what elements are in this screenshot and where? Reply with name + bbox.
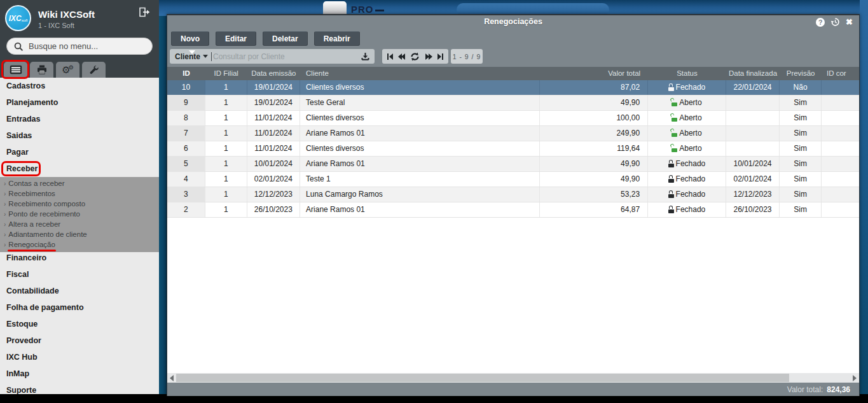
tab-settings[interactable]: ⚙⚙ (56, 62, 79, 78)
prev-page-button[interactable] (398, 53, 405, 60)
chevron-down-icon[interactable] (203, 55, 208, 58)
chevron-right-icon: › (4, 211, 6, 218)
cell-id: 7 (167, 126, 205, 141)
column-header-5[interactable]: Status (648, 67, 726, 80)
column-header-7[interactable]: Previsão (780, 67, 822, 80)
table-row[interactable]: 10119/01/2024Clientes diversos87,02Fecha… (167, 80, 859, 95)
menu-item-label: Estoque (6, 320, 38, 329)
sidebar: IXCsoft Wiki IXCSoft 1 - IXC Soft (0, 0, 159, 394)
column-header-3[interactable]: Cliente (300, 67, 540, 80)
scrollbar-thumb[interactable] (176, 374, 789, 382)
scroll-right-icon[interactable] (853, 375, 857, 381)
sidebar-item-pagar[interactable]: Pagar (0, 144, 159, 160)
submenu-item-recebimento-composto[interactable]: ›Recebimento composto (0, 199, 159, 209)
first-page-button[interactable] (387, 53, 393, 60)
table-row[interactable]: 3112/12/2023Luna Camargo Ramos53,23Fecha… (167, 187, 859, 202)
column-header-0[interactable]: ID (167, 67, 205, 80)
sidebar-item-planejamento[interactable]: Planejamento (0, 94, 159, 111)
sidebar-item-financeiro[interactable]: Financeiro (0, 250, 159, 266)
table-row[interactable]: 5110/01/2024Ariane Ramos 0149,90Fechado1… (167, 157, 859, 172)
sidebar-item-estoque[interactable]: Estoque (0, 316, 159, 332)
sidebar-item-inmap[interactable]: InMap (0, 365, 159, 382)
menu-item-label: Cadastros (6, 81, 45, 90)
ixc-logo: IXCsoft (5, 5, 31, 31)
cell-filial: 1 (205, 187, 247, 202)
column-header-6[interactable]: Data finalizada (726, 67, 780, 80)
table-row[interactable]: 2126/10/2023Ariane Ramos 0164,87Fechado2… (167, 202, 859, 218)
search-input[interactable] (29, 39, 147, 53)
sidebar-item-suporte[interactable]: Suporte (0, 382, 159, 394)
sidebar-item-cadastros[interactable]: Cadastros (0, 78, 159, 94)
cell-finalizada: 26/10/2023 (726, 202, 780, 217)
cell-id: 9 (167, 95, 205, 110)
refresh-button[interactable] (410, 52, 420, 61)
submenu-item-recebimentos[interactable]: ›Recebimentos (0, 188, 159, 199)
sidebar-item-entradas[interactable]: Entradas (0, 111, 159, 127)
history-icon[interactable] (830, 17, 840, 27)
cell-emissao: 10/01/2024 (247, 157, 300, 171)
cell-previsao: Sim (780, 202, 822, 217)
tab-menu-list[interactable] (4, 62, 27, 78)
table-row[interactable]: 4102/01/2024Teste 149,90Fechado02/01/202… (167, 172, 859, 187)
sidebar-item-folha-de-pagamento[interactable]: Folha de pagamento (0, 299, 159, 316)
help-icon[interactable]: ? (816, 18, 825, 27)
window-titlebar[interactable]: Renegociações ? ✖ (167, 15, 859, 29)
open-lock-icon (672, 129, 677, 137)
filter-field-selector[interactable]: Cliente (175, 52, 200, 61)
table-row[interactable]: 7111/01/2024Ariane Ramos 01249,90AbertoS… (167, 126, 859, 141)
submenu-item-ponto-de-recebimento[interactable]: ›Ponto de recebimento (0, 209, 159, 219)
column-header-2[interactable]: Data emissão (247, 67, 300, 80)
sidebar-item-saidas[interactable]: Saidas (0, 127, 159, 144)
closed-lock-icon (668, 83, 674, 91)
column-header-4[interactable]: Valor total (540, 67, 648, 80)
filter-search-input[interactable] (213, 52, 359, 61)
tab-tools[interactable] (82, 62, 106, 78)
cell-valor: 49,90 (540, 172, 648, 187)
sidebar-item-ixc-hub[interactable]: IXC Hub (0, 349, 159, 365)
sidebar-item-contabilidade[interactable]: Contabilidade (0, 283, 159, 299)
novo-button[interactable]: Novo (171, 31, 209, 46)
menu-item-label: Contabilidade (6, 286, 59, 295)
status-label: Fechado (676, 202, 706, 217)
table-row[interactable]: 6111/01/2024Clientes diversos119,64Abert… (167, 141, 859, 157)
sidebar-item-receber[interactable]: Receber (0, 160, 159, 177)
table-row[interactable]: 8111/01/2024Clientes diversos100,00Abert… (167, 111, 859, 126)
cell-contrato (822, 80, 859, 95)
reabrir-button[interactable]: Reabrir (314, 31, 360, 46)
menu-item-label: Fiscal (6, 270, 29, 279)
menu-item-label: Altera a receber (8, 220, 60, 228)
deletar-button[interactable]: Deletar (263, 31, 308, 46)
download-icon[interactable] (361, 52, 369, 60)
window-toolbar: NovoEditarDeletarReabrir Cliente 1 (167, 29, 859, 67)
cell-emissao: 12/12/2023 (247, 187, 300, 202)
column-header-1[interactable]: ID Filial (205, 67, 247, 80)
submenu-item-adiantamento-de-cliente[interactable]: ›Adiantamento de cliente (0, 229, 159, 239)
status-label: Fechado (676, 187, 706, 202)
table-row[interactable]: 9119/01/2024Teste Geral49,90AbertoSim (167, 95, 859, 111)
chevron-right-icon: › (4, 221, 6, 228)
submenu-item-altera-a-receber[interactable]: ›Altera a receber (0, 219, 159, 229)
cell-emissao: 19/01/2024 (247, 80, 300, 95)
search-icon (14, 42, 24, 52)
cell-status: Fechado (648, 172, 726, 187)
horizontal-scrollbar[interactable] (167, 373, 859, 383)
next-page-button[interactable] (425, 53, 432, 60)
sidebar-item-fiscal[interactable]: Fiscal (0, 266, 159, 283)
column-header-8[interactable]: ID cor (822, 67, 859, 80)
closed-lock-icon (668, 159, 674, 167)
background-browser-tab (323, 1, 347, 15)
last-page-button[interactable] (437, 53, 443, 60)
cell-valor: 49,90 (540, 95, 648, 110)
sidebar-item-provedor[interactable]: Provedor (0, 332, 159, 349)
tab-print[interactable] (30, 62, 53, 78)
window-title: Renegociações (167, 17, 859, 26)
status-label: Fechado (676, 157, 706, 171)
scroll-left-icon[interactable] (170, 375, 174, 381)
chevron-right-icon: › (4, 201, 6, 208)
editar-button[interactable]: Editar (216, 31, 256, 46)
menu-item-label: InMap (6, 369, 29, 378)
submenu-item-contas-a-receber[interactable]: ›Contas a receber (0, 178, 159, 188)
close-icon[interactable]: ✖ (846, 18, 853, 27)
submenu-item-renegociação[interactable]: ›Renegociação (0, 239, 159, 250)
logout-icon[interactable] (139, 7, 150, 20)
